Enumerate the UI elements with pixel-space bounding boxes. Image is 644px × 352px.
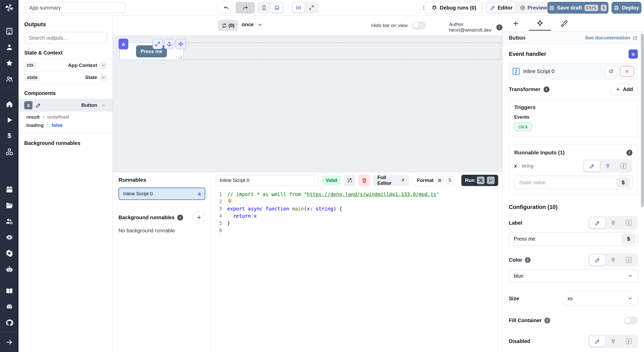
code-line[interactable]: 6 — [211, 227, 502, 234]
code-line[interactable]: 2 — [211, 198, 502, 205]
input-x-value-field[interactable]: Static value $ — [514, 176, 632, 189]
label-value-field[interactable]: Press me $ — [509, 232, 638, 245]
tab-insert-component[interactable] — [510, 16, 521, 31]
lightbulb-icon[interactable] — [227, 198, 232, 204]
output-row-ctx[interactable]: ctx App Context — [19, 59, 113, 71]
connect-mode-button[interactable] — [600, 161, 616, 171]
move-component-button[interactable] — [176, 39, 186, 49]
mobile-view-button[interactable] — [258, 3, 270, 13]
ai-assist-button[interactable] — [344, 175, 355, 186]
sidebar-item-workspace[interactable] — [0, 23, 19, 39]
deploy-button[interactable]: Deploy — [612, 2, 641, 14]
sidebar-item-docs[interactable] — [0, 283, 19, 299]
app-canvas[interactable]: a Press me — [113, 36, 502, 172]
run-button[interactable]: Run ⌘ ↵ — [461, 175, 498, 186]
connect-mode-button[interactable] — [605, 254, 621, 265]
runnable-item-inline-script-0[interactable]: Inline Script 0 a — [118, 188, 205, 200]
code-line[interactable]: 3export async function main(x: string) { — [211, 205, 502, 212]
color-select[interactable]: blue — [509, 269, 638, 283]
eval-mode-button[interactable]: f — [621, 217, 637, 228]
full-width-button[interactable] — [306, 3, 317, 13]
info-icon[interactable] — [177, 215, 183, 221]
hide-bar-toggle[interactable] — [412, 22, 426, 29]
script-name-input[interactable] — [216, 175, 319, 186]
sidebar-item-workers[interactable] — [0, 213, 19, 229]
desktop-view-button[interactable] — [271, 3, 283, 13]
sidebar-item-home[interactable] — [0, 96, 19, 112]
sidebar-item-folders[interactable] — [0, 197, 19, 213]
delete-script-button[interactable] — [359, 175, 370, 186]
static-mode-button[interactable] — [590, 254, 605, 265]
info-icon[interactable] — [626, 150, 632, 156]
see-documentation-link[interactable]: See documentation — [585, 35, 638, 41]
code-area[interactable]: 1// import * as wmill from "https://deno… — [211, 188, 502, 234]
scrollbar-thumb[interactable] — [641, 34, 644, 207]
resize-handle[interactable] — [179, 56, 182, 58]
code-line[interactable]: 1// import * as wmill from "https://deno… — [211, 191, 502, 198]
sidebar-item-resources[interactable] — [0, 144, 19, 160]
fill-container-toggle[interactable] — [624, 316, 638, 324]
sidebar-item-github[interactable] — [0, 315, 19, 331]
template-dollar-button[interactable]: $ — [616, 178, 630, 187]
code-line[interactable]: 4 return x — [211, 212, 502, 219]
schedule-dropdown[interactable]: once — [242, 22, 262, 28]
component-output-header[interactable]: a Button — [19, 99, 113, 112]
sidebar-item-schedules[interactable] — [0, 181, 19, 197]
sidebar-item-ai[interactable] — [0, 261, 19, 277]
sidebar-item-favorites[interactable] — [0, 55, 19, 71]
collapse-sidebar-button[interactable] — [0, 332, 19, 352]
search-outputs-input[interactable] — [24, 32, 107, 44]
eval-mode-button[interactable]: f — [621, 336, 637, 347]
sidebar-item-audit[interactable] — [0, 229, 19, 245]
add-transformer-button[interactable]: Add — [611, 83, 638, 95]
open-script-button[interactable] — [605, 66, 617, 76]
component-collapse-button[interactable] — [100, 102, 107, 109]
sidebar-item-user[interactable] — [0, 39, 19, 55]
full-editor-button[interactable]: Full Editor — [373, 175, 409, 186]
anchor-component-button[interactable] — [164, 39, 174, 49]
debug-runs-button[interactable]: Debug runs (0) — [425, 2, 483, 14]
size-select[interactable]: xs — [563, 291, 638, 306]
eval-mode-button[interactable]: f — [615, 161, 631, 171]
expand-component-button[interactable] — [152, 39, 163, 49]
app-summary-input[interactable] — [25, 2, 126, 13]
sidebar-item-groups[interactable] — [0, 71, 19, 87]
redo-button[interactable] — [236, 2, 255, 13]
static-mode-button[interactable] — [590, 217, 605, 228]
detach-script-button[interactable] — [620, 66, 634, 76]
state-context-title: State & Context — [24, 50, 107, 56]
tab-component-settings[interactable] — [535, 16, 545, 31]
add-background-runnable-button[interactable] — [193, 211, 205, 224]
event-handler-script-row[interactable]: f Inline Script 0 — [509, 63, 638, 79]
info-icon[interactable] — [544, 86, 549, 92]
ctx-expand-button[interactable] — [100, 62, 107, 69]
state-expand-button[interactable] — [100, 74, 107, 81]
output-row-state[interactable]: state State — [19, 71, 113, 84]
info-icon[interactable] — [496, 24, 502, 30]
sidebar-item-settings[interactable] — [0, 245, 19, 261]
laptop-icon — [274, 5, 280, 11]
tab-styling[interactable] — [559, 16, 570, 31]
sidebar-item-runs[interactable] — [0, 112, 19, 128]
center-content-button[interactable] — [293, 3, 304, 13]
tab-editor[interactable]: Editor — [487, 3, 516, 13]
undo-button[interactable] — [217, 2, 236, 13]
eval-mode-button[interactable]: f — [621, 254, 637, 265]
refresh-components-button[interactable]: (0) — [218, 20, 238, 31]
static-mode-button[interactable] — [590, 336, 605, 347]
connect-mode-button[interactable] — [605, 217, 621, 228]
tab-preview[interactable]: Preview — [517, 3, 550, 13]
info-icon[interactable] — [544, 318, 550, 323]
sidebar-item-variables[interactable]: $ — [0, 128, 19, 144]
template-dollar-button[interactable]: $ — [622, 234, 635, 244]
svg-text:$: $ — [7, 132, 11, 139]
connect-mode-button[interactable] — [605, 336, 621, 347]
format-button[interactable]: Format ⌘ S — [413, 175, 458, 186]
save-draft-button[interactable]: Save draft Ctrl S — [547, 2, 608, 14]
static-mode-button[interactable] — [584, 161, 600, 171]
sidebar-item-discord[interactable] — [0, 299, 19, 315]
code-line[interactable]: 5} — [211, 219, 502, 227]
info-icon[interactable] — [525, 257, 531, 263]
windmill-logo[interactable] — [0, 0, 19, 15]
edit-component-icon[interactable] — [36, 102, 41, 108]
